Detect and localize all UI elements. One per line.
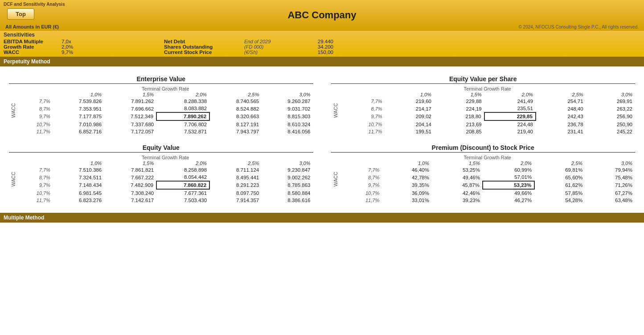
sensitivities-section: Sensitivities EBITDA Multiple 7,0x Growt… [0,31,644,57]
cell-value: 8.083.882 [156,105,209,112]
table-row: 11,7%6.823.2767.142.6177.503.4307.914.35… [18,197,313,204]
cell-value: 245,22 [586,128,635,135]
cell-value: 8.711.124 [209,166,262,174]
cell-value: 235,51 [484,105,536,112]
net-debt-value: 29.440 [298,39,333,44]
cell-value: 8.097.750 [209,189,262,197]
evps-col-1: 1,0% [385,91,434,98]
cell-value: 7.696.662 [104,105,156,112]
evps-wacc-label: WACC [331,103,340,118]
ebitda-label: EBITDA Multiple [4,39,62,44]
equity-value-table: Terminal Growth Rate 1,0% 1,5% 2,0% 2,5%… [18,154,313,204]
cell-value: 36,09% [382,189,432,197]
cell-value: 250,90 [586,120,635,128]
eqv-col-1: 1,0% [53,160,104,166]
cell-value: 69,81% [534,166,585,174]
cell-value: 8.291.223 [209,181,262,189]
cell-value: 6.852.716 [53,128,104,135]
row-wacc-label: 9,7% [18,112,53,120]
cell-value: 208,85 [434,128,484,135]
row-wacc-label: 8,7% [340,174,382,181]
cell-value: 7.177.875 [53,112,104,120]
tables-grid: Enterprise Value WACC Terminal Growth Ra… [9,75,635,204]
pd-col-3: 2,0% [483,160,534,166]
cell-value: 256,90 [586,112,635,120]
top-button[interactable]: Top [7,8,34,20]
eqv-wacc-label: WACC [9,172,18,186]
cell-value: 229,85 [484,112,536,120]
stock-price-label: Current Stock Price [164,50,244,55]
row-wacc-label: 8,7% [18,174,53,181]
cell-value: 8.785.863 [262,181,313,189]
shares-value: 34.200 [298,44,333,50]
row-wacc-label: 7,7% [18,98,53,105]
cell-value: 7.532.871 [156,128,209,135]
cell-value: 7.010.986 [53,120,104,128]
cell-value: 8.495.441 [209,174,262,181]
perpetuity-method-bar: Perpetuity Method [0,57,644,66]
cell-value: 241,49 [484,98,536,105]
cell-value: 7.891.262 [104,98,156,105]
pd-col-5: 3,0% [585,160,635,166]
enterprise-value-table: Terminal Growth Rate 1,0% 1,5% 2,0% 2,5%… [18,86,313,135]
cell-value: 45,87% [432,181,483,189]
cell-value: 7.512.349 [104,112,156,120]
cell-value: 219,60 [385,98,434,105]
cell-value: 75,48% [585,174,635,181]
cell-value: 229,88 [434,98,484,105]
table-row: 8,7%7.353.9517.696.6628.083.8828.524.882… [18,105,313,112]
cell-value: 8.740.565 [209,98,262,105]
cell-value: 236,78 [536,120,586,128]
cell-value: 218,80 [434,112,484,120]
cell-value: 46,40% [382,166,432,174]
premium-discount-table-wrap: WACC Terminal Growth Rate 1,0% 1,5% 2,0% [331,154,636,204]
cell-value: 8.524.882 [209,105,262,112]
ebitda-value: 7,0x [62,39,93,44]
evps-header-blank [340,91,385,98]
table-row: 11,7%6.852.7167.172.0577.532.8717.943.79… [18,128,313,135]
cell-value: 7.324.511 [53,174,104,181]
cell-value: 9.002.262 [262,174,313,181]
evps-col-5: 3,0% [586,91,635,98]
table-row: 7,7%7.539.8267.891.2628.288.3388.740.565… [18,98,313,105]
row-wacc-label: 7,7% [18,166,53,174]
table-row: 8,7%42,78%49,46%57,01%65,60%75,48% [340,174,636,181]
cell-value: 57,85% [534,189,585,197]
eqv-col-3: 2,0% [156,160,209,166]
cell-value: 9.230.847 [262,166,313,174]
amounts-label: All Amounts in EUR (€) [5,24,59,29]
cell-value: 7.308.240 [104,189,156,197]
cell-value: 7.677.361 [156,189,209,197]
wacc-value: 9,7% [62,50,93,55]
cell-value: 42,78% [382,174,432,181]
cell-value: 53,25% [432,166,483,174]
row-wacc-label: 11,7% [340,197,382,204]
cell-value: 248,40 [536,105,586,112]
cell-value: 8.127.191 [209,120,262,128]
enterprise-value-title: Enterprise Value [9,75,313,84]
row-wacc-label: 9,7% [340,112,385,120]
cell-value: 61,62% [534,181,585,189]
evps-col-2: 1,5% [434,91,484,98]
evps-sub-title: Terminal Growth Rate [340,86,636,91]
shares-sub: (FD 000) [244,44,298,50]
cell-value: 231,41 [536,128,586,135]
row-wacc-label: 10,7% [340,189,382,197]
cell-value: 242,43 [536,112,586,120]
table-row: 11,7%33,01%39,23%46,27%54,28%63,48% [340,197,636,204]
table-row: 11,7%199,51208,85219,40231,41245,22 [340,128,636,135]
row-wacc-label: 10,7% [18,120,53,128]
cell-value: 9.260.287 [262,98,313,105]
cell-value: 254,71 [536,98,586,105]
enterprise-value-table-wrap: WACC Terminal Growth Rate 1,0% 1,5% 2,0% [9,86,313,135]
pd-header-blank [340,160,382,166]
premium-discount-container: Premium (Discount) to Stock Price WACC T… [331,144,636,204]
equity-value-table-wrap: WACC Terminal Growth Rate 1,0% 1,5% 2,0% [9,154,313,204]
cell-value: 57,01% [483,174,534,181]
table-row: 7,7%46,40%53,25%60,99%69,81%79,94% [340,166,636,174]
table-row: 10,7%6.981.5457.308.2407.677.3618.097.75… [18,189,313,197]
main-content: Enterprise Value WACC Terminal Growth Ra… [0,66,644,208]
ev-col-5: 3,0% [262,91,313,98]
equity-per-share-table: Terminal Growth Rate 1,0% 1,5% 2,0% 2,5%… [340,86,636,135]
cell-value: 7.861.821 [104,166,156,174]
